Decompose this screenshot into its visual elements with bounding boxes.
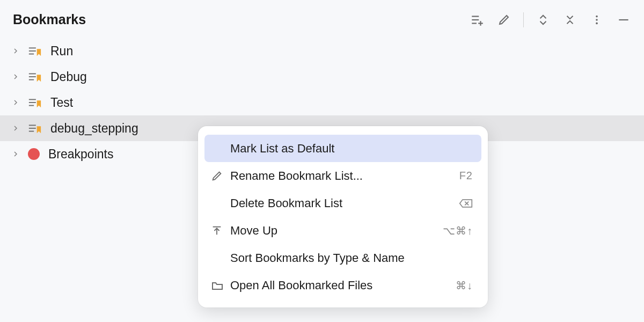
menu-item-shortcut: ⌘↓ — [456, 279, 473, 292]
menu-item-shortcut: F2 — [459, 170, 473, 182]
minimize-icon[interactable] — [616, 12, 631, 27]
tree-item-label: debug_stepping — [50, 121, 138, 136]
tree-item-label: Debug — [50, 70, 87, 84]
menu-item-label: Rename Bookmark List... — [230, 169, 459, 183]
tree-item[interactable]: Run — [0, 38, 644, 64]
menu-item-label: Delete Bookmark List — [230, 196, 459, 210]
pencil-icon — [211, 170, 230, 182]
menu-item-move-up[interactable]: Move Up ⌥⌘↑ — [204, 217, 481, 244]
collapse-icon[interactable] — [562, 12, 577, 27]
chevron-right-icon[interactable] — [12, 74, 19, 80]
menu-item-open-all[interactable]: Open All Bookmarked Files ⌘↓ — [204, 272, 481, 299]
menu-item-label: Open All Bookmarked Files — [230, 279, 456, 292]
svg-point-5 — [596, 15, 598, 17]
chevron-right-icon[interactable] — [12, 125, 19, 131]
bookmark-list-icon — [28, 122, 42, 135]
menu-item-mark-default[interactable]: Mark List as Default — [204, 135, 481, 162]
toolbar-separator — [523, 12, 524, 27]
tree-item-label: Breakpoints — [48, 147, 113, 162]
tree-item-label: Run — [50, 44, 73, 58]
up-down-icon[interactable] — [536, 12, 551, 27]
bookmark-list-icon — [28, 45, 42, 57]
folder-icon — [211, 280, 230, 291]
menu-item-rename[interactable]: Rename Bookmark List... F2 — [204, 162, 481, 189]
menu-item-label: Move Up — [230, 224, 443, 238]
bookmark-list-icon — [28, 96, 42, 109]
add-list-icon[interactable] — [470, 12, 485, 27]
arrow-up-icon — [211, 225, 230, 237]
menu-item-delete[interactable]: Delete Bookmark List — [204, 189, 481, 217]
chevron-right-icon[interactable] — [12, 151, 19, 157]
bookmark-list-icon — [28, 70, 42, 83]
chevron-right-icon[interactable] — [12, 48, 19, 54]
edit-icon[interactable] — [496, 12, 511, 27]
chevron-right-icon[interactable] — [12, 99, 19, 106]
svg-point-6 — [596, 19, 598, 21]
panel-toolbar — [470, 12, 631, 27]
context-menu: Mark List as Default Rename Bookmark Lis… — [198, 126, 488, 308]
panel-title: Bookmarks — [13, 12, 86, 27]
tree-item[interactable]: Test — [0, 90, 644, 115]
menu-item-shortcut: ⌥⌘↑ — [443, 224, 473, 237]
panel-header: Bookmarks — [0, 0, 644, 38]
more-icon[interactable] — [589, 12, 604, 27]
tree-item[interactable]: Debug — [0, 64, 644, 90]
menu-item-sort[interactable]: Sort Bookmarks by Type & Name — [204, 244, 481, 272]
delete-icon — [459, 198, 473, 209]
tree-item-label: Test — [50, 96, 73, 110]
breakpoint-icon — [28, 148, 40, 160]
menu-item-label: Sort Bookmarks by Type & Name — [230, 251, 473, 265]
svg-point-7 — [596, 22, 598, 24]
menu-item-label: Mark List as Default — [230, 142, 473, 156]
